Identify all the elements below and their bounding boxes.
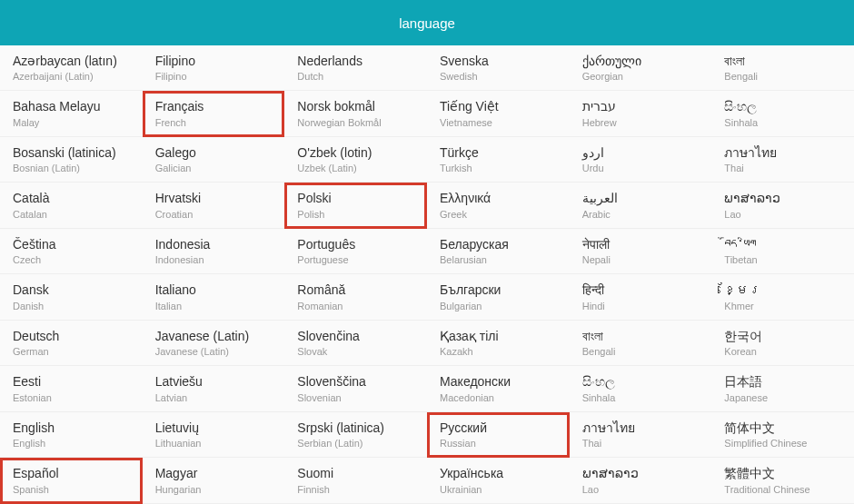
language-native-label: Español	[13, 465, 130, 481]
language-item[interactable]: Srpski (latinica)Serbian (Latin)	[284, 412, 427, 458]
language-item[interactable]: SvenskaSwedish	[427, 45, 570, 91]
language-item[interactable]: Tiếng ViệtVietnamese	[427, 91, 570, 136]
language-item[interactable]: ខ្មែរKhmer	[711, 274, 854, 320]
language-item[interactable]: SlovenčinaSlovak	[284, 321, 427, 366]
language-native-label: 繁體中文	[724, 465, 841, 481]
language-item[interactable]: ČeštinaCzech	[0, 229, 143, 274]
language-item[interactable]: РусскийRussian	[427, 412, 570, 458]
language-english-label: Georgian	[582, 70, 700, 83]
language-item[interactable]: EnglishEnglish	[0, 412, 143, 458]
language-item[interactable]: 한국어Korean	[711, 321, 854, 366]
language-item[interactable]: CatalàCatalan	[0, 183, 143, 228]
language-english-label: Russian	[440, 437, 557, 450]
language-column: Azərbaycan (latın)Azerbaijani (Latin)Bah…	[0, 45, 143, 504]
language-item[interactable]: ქართულიGeorgian	[570, 45, 712, 91]
language-item[interactable]: SlovenščinaSlovenian	[284, 366, 427, 411]
language-item[interactable]: МакедонскиMacedonian	[427, 366, 570, 411]
language-english-label: Lithuanian	[155, 437, 273, 450]
language-item[interactable]: DeutschGerman	[0, 321, 143, 366]
language-english-label: Bulgarian	[440, 300, 557, 312]
language-english-label: Ukrainian	[440, 483, 557, 496]
language-item[interactable]: Norsk bokmålNorwegian Bokmål	[284, 91, 427, 136]
language-item[interactable]: ພາສາລາວLao	[711, 183, 854, 228]
language-item[interactable]: Javanese (Latin)Javanese (Latin)	[143, 321, 285, 366]
language-english-label: Lao	[724, 208, 841, 221]
language-english-label: Tibetan	[724, 253, 841, 266]
language-item[interactable]: ພາສາລາວLao	[570, 458, 712, 503]
language-item[interactable]: བོད་ཡིགTibetan	[711, 229, 854, 274]
language-native-label: Nederlands	[297, 53, 414, 69]
language-item[interactable]: 日本語Japanese	[711, 366, 854, 411]
language-item[interactable]: IndonesiaIndonesian	[143, 229, 285, 274]
language-native-label: Norsk bokmål	[297, 98, 414, 114]
language-item[interactable]: УкраїнськаUkrainian	[427, 458, 570, 503]
language-item[interactable]: සිංහලSinhala	[570, 366, 712, 411]
language-column: ქართულიGeorgianעבריתHebrewاردوUrduالعربي…	[570, 45, 712, 504]
language-item[interactable]: العربيةArabic	[570, 183, 712, 228]
language-native-label: ภาษาไทย	[724, 144, 841, 161]
language-english-label: French	[155, 116, 273, 129]
language-native-label: Latviešu	[155, 373, 273, 390]
language-item[interactable]: Azərbaycan (latın)Azerbaijani (Latin)	[0, 45, 143, 91]
language-item[interactable]: हिन्दीHindi	[570, 274, 712, 320]
language-native-label: বাংলা	[582, 328, 700, 344]
language-native-label: සිංහල	[724, 98, 841, 114]
language-item[interactable]: اردوUrdu	[570, 137, 712, 183]
language-item[interactable]: বাংলাBengali	[711, 45, 854, 91]
language-item[interactable]: नेपालीNepali	[570, 229, 712, 274]
language-english-label: Filipino	[155, 70, 273, 83]
language-english-label: Nepali	[582, 253, 700, 266]
language-item[interactable]: 简体中文Simplified Chinese	[711, 412, 854, 458]
language-item[interactable]: EestiEstonian	[0, 366, 143, 411]
language-english-label: Macedonian	[440, 391, 557, 404]
language-item[interactable]: GalegoGalician	[143, 137, 285, 183]
language-item[interactable]: FilipinoFilipino	[143, 45, 285, 91]
language-item[interactable]: Қазақ тіліKazakh	[427, 321, 570, 366]
language-english-label: Traditional Chinese	[724, 483, 841, 496]
language-item[interactable]: PortuguêsPortuguese	[284, 229, 427, 274]
language-native-label: Беларуская	[440, 236, 557, 252]
language-english-label: Kazakh	[440, 345, 557, 358]
language-english-label: Turkish	[440, 162, 557, 174]
language-native-label: Eesti	[13, 373, 130, 390]
language-item[interactable]: Bahasa MelayuMalay	[0, 91, 143, 136]
language-english-label: Hindi	[582, 300, 700, 312]
language-item[interactable]: NederlandsDutch	[284, 45, 427, 91]
language-english-label: Norwegian Bokmål	[297, 116, 414, 129]
language-english-label: Khmer	[724, 300, 841, 312]
language-item[interactable]: සිංහලSinhala	[711, 91, 854, 136]
language-native-label: Македонски	[440, 373, 557, 390]
language-native-label: Bahasa Melayu	[13, 98, 130, 114]
language-column: NederlandsDutchNorsk bokmålNorwegian Bok…	[284, 45, 427, 504]
language-item[interactable]: SuomiFinnish	[284, 458, 427, 503]
language-item[interactable]: DanskDanish	[0, 274, 143, 320]
language-item[interactable]: EspañolSpanish	[0, 458, 143, 503]
language-item[interactable]: ภาษาไทยThai	[570, 412, 712, 458]
language-item[interactable]: PolskiPolish	[284, 183, 427, 228]
language-native-label: 简体中文	[724, 420, 841, 436]
language-item[interactable]: LatviešuLatvian	[143, 366, 285, 411]
language-item[interactable]: БългарскиBulgarian	[427, 274, 570, 320]
language-native-label: اردو	[582, 144, 700, 161]
language-item[interactable]: RomânăRomanian	[284, 274, 427, 320]
language-item[interactable]: FrançaisFrench	[143, 91, 285, 136]
language-column: বাংলাBengaliසිංහලSinhalaภาษาไทยThaiພາສາລ…	[711, 45, 854, 504]
language-english-label: Romanian	[297, 300, 414, 312]
language-native-label: हिन्दी	[582, 282, 700, 298]
language-item[interactable]: LietuviųLithuanian	[143, 412, 285, 458]
language-item[interactable]: БеларускаяBelarusian	[427, 229, 570, 274]
language-english-label: Serbian (Latin)	[297, 437, 414, 450]
language-item[interactable]: O'zbek (lotin)Uzbek (Latin)	[284, 137, 427, 183]
language-item[interactable]: 繁體中文Traditional Chinese	[711, 458, 854, 503]
language-item[interactable]: Bosanski (latinica)Bosnian (Latin)	[0, 137, 143, 183]
language-item[interactable]: ItalianoItalian	[143, 274, 285, 320]
language-item[interactable]: ภาษาไทยThai	[711, 137, 854, 183]
language-item[interactable]: ΕλληνικάGreek	[427, 183, 570, 228]
language-item[interactable]: বাংলাBengali	[570, 321, 712, 366]
language-item[interactable]: עבריתHebrew	[570, 91, 712, 136]
language-column: FilipinoFilipinoFrançaisFrenchGalegoGali…	[143, 45, 285, 504]
language-english-label: Danish	[13, 300, 130, 312]
language-item[interactable]: TürkçeTurkish	[427, 137, 570, 183]
language-item[interactable]: HrvatskiCroatian	[143, 183, 285, 228]
language-item[interactable]: MagyarHungarian	[143, 458, 285, 503]
